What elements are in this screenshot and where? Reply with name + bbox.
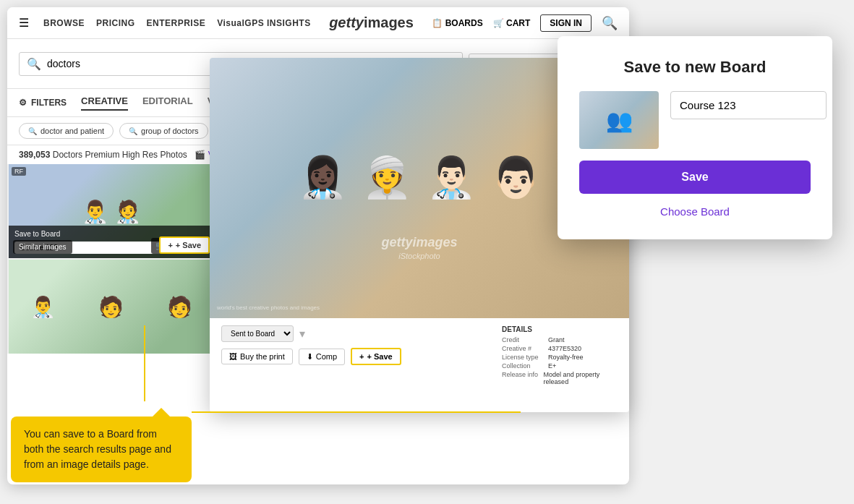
sign-in-button[interactable]: SIGN IN (540, 14, 592, 32)
detail-board-select[interactable]: Sent to Board (221, 325, 294, 342)
detail-action-row: Sent to Board ▾ (221, 325, 490, 342)
print-icon: 🖼 (229, 352, 237, 361)
board-name-input[interactable] (670, 91, 827, 119)
detail-row-credit: Credit Grant (502, 336, 618, 343)
callout-tooltip: You can save to a Board from both the se… (11, 417, 192, 482)
tag-doctor-patient[interactable]: 🔍 doctor and patient (19, 123, 114, 139)
detail-buttons-row: 🖼 Buy the print ⬇ Comp + + Save (221, 348, 490, 365)
modal-content: 👥 (579, 91, 811, 149)
modal-title: Save to new Board (579, 58, 811, 77)
detail-row-release: Release info Model and property released (502, 371, 618, 385)
video-icon: 🎬 (195, 150, 205, 160)
tab-editorial[interactable]: EDITORIAL (142, 95, 193, 111)
image-content: 👨‍⚕️ 🧑 🧑 (9, 260, 214, 354)
detail-bottom-bar: Sent to Board ▾ 🖼 Buy the print ⬇ Comp +… (210, 318, 629, 412)
details-title: DETAILS (502, 325, 618, 333)
detail-actions: Sent to Board ▾ 🖼 Buy the print ⬇ Comp +… (221, 325, 490, 405)
nav-bar: ☰ BROWSE PRICING ENTERPRISE VisualGPS IN… (7, 7, 629, 39)
nav-links: BROWSE PRICING ENTERPRISE VisualGPS INSI… (43, 18, 311, 28)
nav-right: 📋 BOARDS 🛒 CART SIGN IN 🔍 (432, 14, 618, 32)
cart-link[interactable]: 🛒 CART (493, 18, 531, 28)
modal-preview-image: 👥 (579, 91, 659, 149)
similar-images-button[interactable]: Similar images (13, 240, 72, 254)
getty-watermark: gettyimagesiStockphoto (381, 235, 457, 260)
image-detail-info: world's best creative photos and images (217, 304, 320, 311)
grid-item-1[interactable]: RF 👨‍⚕️ 🧑‍⚕️ Save to Board Course 123 Si… (9, 164, 214, 258)
save-button-grid[interactable]: + + Save (159, 236, 210, 254)
plus-icon: + (359, 352, 364, 361)
detail-row-creative-id: Creative # 4377E5320 (502, 345, 618, 352)
grid-item-4[interactable]: 👨‍⚕️ 🧑 🧑 (9, 260, 214, 354)
filters-toggle[interactable]: ⚙ FILTERS (19, 98, 67, 108)
search-by-image-button[interactable]: 🔍 (602, 15, 618, 31)
search-icon: 🔍 (27, 57, 41, 71)
tag-group-doctors[interactable]: 🔍 group of doctors (119, 123, 208, 139)
filters-label: FILTERS (31, 98, 67, 108)
download-icon: ⬇ (307, 352, 313, 362)
nav-enterprise[interactable]: ENTERPRISE (147, 18, 206, 28)
save-to-board-modal: Save to new Board 👥 Save Choose Board (558, 36, 832, 239)
rf-badge: RF (12, 167, 26, 176)
nav-visualgps[interactable]: VisualGPS INSIGHTS (217, 18, 310, 28)
callout-text: You can save to a Board from both the se… (24, 428, 171, 470)
site-logo: gettyimages (325, 14, 418, 31)
detail-row-collection: Collection E+ (502, 362, 618, 370)
nav-browse[interactable]: BROWSE (43, 18, 85, 28)
buy-print-button[interactable]: 🖼 Buy the print (221, 349, 293, 364)
detail-sidebar: DETAILS Credit Grant Creative # 4377E532… (502, 325, 618, 405)
tab-creative[interactable]: CREATIVE (81, 95, 128, 111)
nav-pricing[interactable]: PRICING (96, 18, 135, 28)
callout-arrow (153, 408, 170, 417)
results-count: 389,053 Doctors Premium High Res Photos (19, 150, 187, 160)
search-icon-small: 🔍 (28, 127, 37, 135)
modal-save-button[interactable]: Save (579, 161, 811, 194)
hamburger-menu[interactable]: ☰ (19, 16, 29, 30)
filters-icon: ⚙ (19, 98, 27, 108)
plus-icon: + (168, 241, 172, 249)
boards-link[interactable]: 📋 BOARDS (432, 18, 482, 28)
search-icon-small: 🔍 (129, 127, 137, 135)
choose-board-link[interactable]: Choose Board (579, 205, 811, 218)
chevron-icon: ▾ (299, 327, 305, 341)
detail-save-button[interactable]: + + Save (351, 348, 401, 365)
detail-row-license: License type Royalty-free (502, 354, 618, 361)
comp-button[interactable]: ⬇ Comp (299, 349, 345, 365)
